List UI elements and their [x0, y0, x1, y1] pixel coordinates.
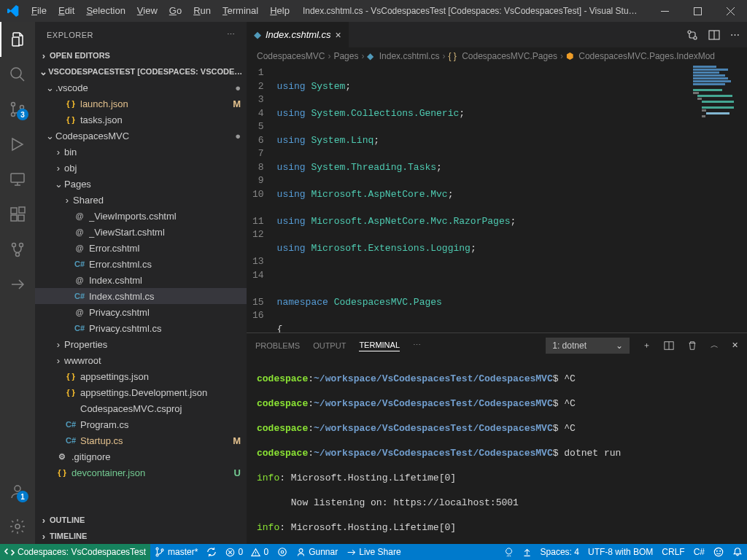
svg-point-25: [281, 551, 284, 553]
new-terminal-icon[interactable]: ＋: [643, 340, 651, 351]
kill-terminal-icon[interactable]: [687, 341, 697, 351]
workspace-root-section[interactable]: ⌄VSCODESPACESTEST [CODESPACES: VSCODESPA…: [35, 63, 247, 79]
remote-indicator[interactable]: Codespaces: VsCodespacesTest: [0, 544, 150, 560]
tree-item-Shared[interactable]: ›Shared: [35, 192, 247, 208]
terminal-dropdown[interactable]: 1: dotnet⌄: [546, 338, 630, 354]
svg-point-2: [11, 68, 21, 78]
terminal-tab[interactable]: TERMINAL: [359, 339, 400, 351]
svg-rect-0: [661, 11, 669, 12]
more-actions-icon[interactable]: ⋯: [730, 29, 740, 40]
svg-point-28: [716, 551, 717, 551]
sync-indicator[interactable]: [202, 544, 221, 560]
remote-explorer-activity-icon[interactable]: [0, 162, 35, 197]
maximize-panel-icon[interactable]: ︿: [711, 340, 719, 351]
tree-item-launch-json[interactable]: { }launch.jsonM: [35, 96, 247, 112]
svg-point-3: [12, 103, 15, 106]
svg-rect-9: [18, 215, 24, 221]
split-terminal-icon[interactable]: [664, 341, 674, 351]
tree-item-CodespacesMVC[interactable]: ⌄CodespacesMVC●: [35, 128, 247, 144]
github-activity-icon[interactable]: [0, 232, 35, 267]
tree-item-Pages[interactable]: ⌄Pages: [35, 176, 247, 192]
explorer-more-icon[interactable]: ⋯: [227, 30, 236, 39]
menu-edit[interactable]: Edit: [53, 0, 80, 22]
tree-item-Index-cshtml[interactable]: @Index.cshtml: [35, 272, 247, 288]
main-menu: FileEditSelectionViewGoRunTerminalHelp: [26, 0, 295, 22]
close-button[interactable]: [714, 0, 747, 22]
settings-activity-icon[interactable]: [0, 509, 35, 544]
editor-tab-active[interactable]: ◆ Index.cshtml.cs ×: [247, 22, 349, 47]
liveshare-activity-icon[interactable]: [0, 267, 35, 302]
vscode-logo: [0, 5, 26, 17]
split-editor-icon[interactable]: [708, 29, 720, 41]
problems-indicator[interactable]: 0 0: [221, 544, 273, 560]
encoding-indicator[interactable]: UTF-8 with BOM: [584, 544, 657, 560]
csharp-file-icon: ◆: [254, 29, 261, 40]
breadcrumb[interactable]: CodespacesMVC› Pages› ◆ Index.cshtml.cs›…: [247, 47, 747, 65]
compare-changes-icon[interactable]: [686, 29, 698, 41]
menu-file[interactable]: File: [26, 0, 53, 22]
explorer-activity-icon[interactable]: [0, 22, 35, 57]
close-panel-icon[interactable]: ✕: [732, 341, 738, 350]
run-debug-activity-icon[interactable]: [0, 127, 35, 162]
tree-item-Startup-cs[interactable]: C#Startup.csM: [35, 432, 247, 448]
tree-item-devcontainer-json[interactable]: { }devcontainer.jsonU: [35, 464, 247, 481]
tree-item-wwwroot[interactable]: ›wwwroot: [35, 352, 247, 368]
svg-point-15: [15, 524, 20, 529]
eol-indicator[interactable]: CRLF: [657, 544, 689, 560]
problems-tab[interactable]: PROBLEMS: [255, 340, 300, 351]
tab-close-icon[interactable]: ×: [336, 29, 341, 41]
output-tab[interactable]: OUTPUT: [313, 340, 346, 351]
editor-pane[interactable]: 12345678910111213141516 using System; us…: [247, 65, 747, 332]
extensions-activity-icon[interactable]: [0, 197, 35, 232]
tree-item-tasks-json[interactable]: { }tasks.json: [35, 112, 247, 128]
panel-more-icon[interactable]: ⋯: [413, 339, 421, 351]
tree-item-Error-cshtml-cs[interactable]: C#Error.cshtml.cs: [35, 256, 247, 272]
upload-icon[interactable]: [518, 544, 536, 560]
svg-point-4: [12, 113, 15, 117]
tree-item-Program-cs[interactable]: C#Program.cs: [35, 416, 247, 432]
source-control-activity-icon[interactable]: 3: [0, 92, 35, 127]
open-editors-section[interactable]: ›OPEN EDITORS: [35, 47, 247, 63]
spaces-indicator[interactable]: Spaces: 4: [536, 544, 584, 560]
rocket-icon[interactable]: [500, 544, 518, 560]
menu-selection[interactable]: Selection: [80, 0, 131, 22]
tab-label: Index.cshtml.cs: [266, 29, 331, 40]
outline-section[interactable]: ›OUTLINE: [35, 512, 247, 528]
menu-run[interactable]: Run: [187, 0, 217, 22]
activity-bar: 3 1: [0, 22, 35, 544]
accounts-activity-icon[interactable]: 1: [0, 474, 35, 509]
tree-item--gitignore[interactable]: ⚙.gitignore: [35, 448, 247, 464]
liveshare-button[interactable]: Live Share: [342, 544, 405, 560]
port-forward-indicator[interactable]: [273, 544, 292, 560]
liveshare-user[interactable]: Gunnar: [292, 544, 342, 560]
tree-item-CodespacesMVC-csproj[interactable]: CodespacesMVC.csproj: [35, 400, 247, 416]
tree-item-appsettings-json[interactable]: { }appsettings.json: [35, 368, 247, 384]
tree-item-appsettings-Development-json[interactable]: { }appsettings.Development.json: [35, 384, 247, 400]
tree-item--vscode[interactable]: ⌄.vscode●: [35, 79, 247, 96]
minimap[interactable]: [689, 65, 747, 332]
notifications-icon[interactable]: [728, 544, 747, 560]
search-activity-icon[interactable]: [0, 57, 35, 92]
code-content[interactable]: using System; using System.Collections.G…: [277, 65, 747, 332]
menu-terminal[interactable]: Terminal: [217, 0, 264, 22]
tree-item-Index-cshtml-cs[interactable]: C#Index.cshtml.cs: [35, 288, 247, 304]
tree-item-Error-cshtml[interactable]: @Error.cshtml: [35, 240, 247, 256]
minimize-button[interactable]: [649, 0, 681, 22]
feedback-icon[interactable]: [709, 544, 728, 560]
language-indicator[interactable]: C#: [689, 544, 709, 560]
tree-item-Privacy-cshtml-cs[interactable]: C#Privacy.cshtml.cs: [35, 320, 247, 336]
menu-help[interactable]: Help: [264, 0, 295, 22]
tree-item-Privacy-cshtml[interactable]: @Privacy.cshtml: [35, 304, 247, 320]
tree-item--ViewStart-cshtml[interactable]: @_ViewStart.cshtml: [35, 224, 247, 240]
menu-view[interactable]: View: [131, 0, 163, 22]
timeline-section[interactable]: ›TIMELINE: [35, 528, 247, 544]
maximize-button[interactable]: [681, 0, 714, 22]
editor-tabs: ◆ Index.cshtml.cs × ⋯: [247, 22, 747, 47]
branch-indicator[interactable]: master*: [150, 544, 202, 560]
tree-item-Properties[interactable]: ›Properties: [35, 336, 247, 352]
menu-go[interactable]: Go: [163, 0, 187, 22]
tree-item-obj[interactable]: ›obj: [35, 160, 247, 176]
tree-item-bin[interactable]: ›bin: [35, 144, 247, 160]
terminal-content[interactable]: codespace:~/workspace/VsCodespacesTest/C…: [247, 357, 747, 544]
tree-item--ViewImports-cshtml[interactable]: @_ViewImports.cshtml: [35, 208, 247, 224]
